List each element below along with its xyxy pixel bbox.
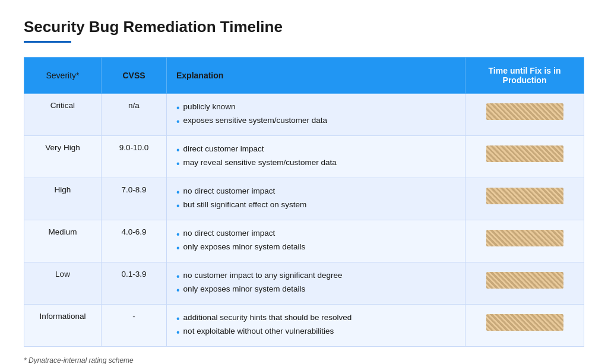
explanation-item: •direct customer impact [176, 143, 455, 157]
cell-cvss: 0.1-3.9 [102, 262, 167, 305]
redacted-value [486, 188, 563, 204]
redacted-value [486, 103, 563, 120]
explanation-text: no direct customer impact [183, 186, 276, 195]
explanation-item: •no direct customer impact [176, 227, 455, 241]
bullet-icon: • [176, 243, 180, 254]
bullet-icon: • [176, 145, 180, 156]
remediation-table: Severity* CVSS Explanation Time until Fi… [24, 57, 584, 347]
explanation-item: •not exploitable without other vulnerabi… [176, 325, 455, 339]
header-explanation: Explanation [167, 58, 466, 94]
explanation-item: •but still significant effect on system [176, 199, 455, 213]
cell-time [466, 136, 584, 178]
table-row: Informational-•additional security hints… [24, 305, 584, 347]
cell-explanation: •no customer impact to any significant d… [167, 262, 466, 305]
explanation-item: •only exposes minor system details [176, 241, 455, 255]
footnote: * Dynatrace-internal rating scheme [24, 356, 584, 364]
explanation-item: •only exposes minor system details [176, 283, 455, 297]
cell-severity: Medium [24, 220, 102, 262]
bullet-icon: • [176, 187, 180, 198]
table-row: High7.0-8.9•no direct customer impact•bu… [24, 178, 584, 220]
explanation-item: •additional security hints that should b… [176, 312, 455, 325]
cell-explanation: •publicly known•exposes sensitive system… [167, 94, 466, 136]
cell-time [466, 305, 584, 347]
table-header-row: Severity* CVSS Explanation Time until Fi… [24, 58, 584, 94]
bullet-icon: • [176, 285, 180, 296]
cell-time [466, 94, 584, 136]
redacted-value [486, 272, 563, 289]
cell-explanation: •no direct customer impact•but still sig… [167, 178, 466, 220]
cell-severity: High [24, 178, 102, 220]
explanation-text: additional security hints that should be… [183, 313, 352, 322]
cell-time [466, 178, 584, 220]
cell-time [466, 262, 584, 305]
cell-cvss: - [102, 305, 167, 347]
cell-explanation: •direct customer impact•may reveal sensi… [167, 136, 466, 178]
header-time: Time until Fix is in Production [466, 58, 584, 94]
explanation-text: no direct customer impact [183, 229, 276, 238]
explanation-text: not exploitable without other vulnerabil… [183, 327, 334, 335]
redacted-value [486, 230, 563, 246]
explanation-item: •may reveal sensitive system/customer da… [176, 157, 455, 170]
explanation-text: publicly known [183, 102, 236, 111]
cell-time [466, 220, 584, 262]
cell-cvss: 4.0-6.9 [102, 220, 167, 262]
explanation-item: •no direct customer impact [176, 185, 455, 199]
bullet-icon: • [176, 159, 180, 169]
title-underline [24, 41, 71, 43]
explanation-item: •exposes sensitive system/customer data [176, 115, 455, 128]
explanation-item: •publicly known [176, 101, 455, 115]
cell-severity: Low [24, 262, 102, 305]
cell-severity: Informational [24, 305, 102, 347]
bullet-icon: • [176, 201, 180, 211]
cell-cvss: n/a [102, 94, 167, 136]
cell-cvss: 7.0-8.9 [102, 178, 167, 220]
cell-severity: Critical [24, 94, 102, 136]
explanation-text: may reveal sensitive system/customer dat… [183, 158, 337, 167]
redacted-value [486, 314, 563, 331]
explanation-text: but still significant effect on system [183, 200, 307, 209]
bullet-icon: • [176, 229, 180, 240]
cell-explanation: •additional security hints that should b… [167, 305, 466, 347]
page-title: Security Bug Remediation Timeline [24, 18, 584, 36]
table-row: Criticaln/a•publicly known•exposes sensi… [24, 94, 584, 136]
explanation-item: •no customer impact to any significant d… [176, 270, 455, 283]
explanation-text: only exposes minor system details [183, 242, 306, 251]
bullet-icon: • [176, 271, 180, 282]
cell-explanation: •no direct customer impact•only exposes … [167, 220, 466, 262]
explanation-text: exposes sensitive system/customer data [183, 116, 327, 125]
explanation-text: no customer impact to any significant de… [183, 271, 343, 280]
bullet-icon: • [176, 103, 180, 113]
cell-severity: Very High [24, 136, 102, 178]
explanation-text: direct customer impact [183, 144, 264, 153]
header-cvss: CVSS [102, 58, 167, 94]
cell-cvss: 9.0-10.0 [102, 136, 167, 178]
bullet-icon: • [176, 327, 180, 338]
bullet-icon: • [176, 314, 180, 324]
table-row: Medium4.0-6.9•no direct customer impact•… [24, 220, 584, 262]
bullet-icon: • [176, 116, 180, 127]
table-row: Low0.1-3.9•no customer impact to any sig… [24, 262, 584, 305]
table-row: Very High9.0-10.0•direct customer impact… [24, 136, 584, 178]
redacted-value [486, 145, 563, 162]
explanation-text: only exposes minor system details [183, 284, 306, 293]
header-severity: Severity* [24, 58, 102, 94]
